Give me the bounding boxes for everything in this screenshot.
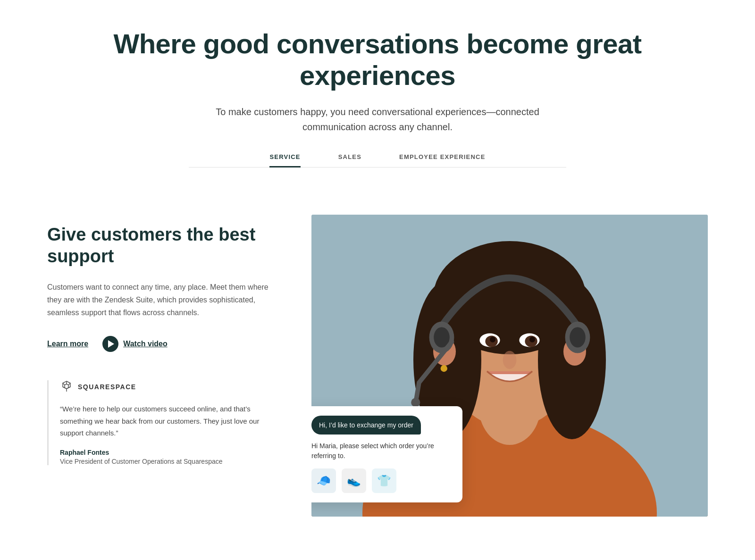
svg-point-21 [411, 398, 420, 407]
chat-product-shoe[interactable]: 👟 [342, 468, 366, 493]
tab-service[interactable]: SERVICE [269, 153, 300, 167]
squarespace-company-name: SQUARESPACE [78, 383, 136, 391]
hero-subtitle: To make customers happy, you need conver… [198, 104, 557, 134]
page-container: Where good conversations become great ex… [0, 0, 755, 560]
testimonial-quote: “We’re here to help our customers succee… [60, 403, 274, 439]
chat-products: 🧢 👟 👕 [311, 468, 453, 493]
watch-video-link[interactable]: Watch video [102, 336, 168, 352]
svg-point-16 [503, 351, 517, 369]
hero-section: Where good conversations become great ex… [0, 0, 755, 186]
content-left: Give customers the best support Customer… [47, 215, 274, 465]
chat-bot-message: Hi Maria, please select which order you’… [311, 441, 453, 461]
svg-point-14 [490, 337, 495, 343]
testimonial-author: Raphael Fontes [60, 449, 274, 456]
testimonial-role: Vice President of Customer Operations at… [60, 458, 274, 465]
svg-point-7 [445, 244, 575, 334]
testimonial-block: SQUARESPACE “We’re here to help our cust… [47, 380, 274, 465]
learn-more-link[interactable]: Learn more [47, 340, 88, 348]
svg-point-20 [570, 327, 586, 348]
squarespace-icon [60, 380, 73, 393]
section-description: Customers want to connect any time, any … [47, 281, 274, 319]
squarespace-logo: SQUARESPACE [60, 380, 274, 393]
hero-image-container: Hi, I’d like to exchange my order Hi Mar… [311, 215, 708, 517]
chat-user-message: Hi, I’d like to exchange my order [311, 416, 421, 435]
tabs-container: SERVICE SALES EMPLOYEE EXPERIENCE [189, 153, 566, 167]
chat-product-shirt[interactable]: 👕 [372, 468, 396, 493]
chat-overlay: Hi, I’d like to exchange my order Hi Mar… [311, 406, 462, 502]
watch-video-label: Watch video [123, 340, 168, 348]
chat-product-hat[interactable]: 🧢 [311, 468, 336, 493]
svg-point-22 [441, 365, 447, 372]
cta-links: Learn more Watch video [47, 336, 274, 352]
hero-title: Where good conversations become great ex… [94, 28, 661, 91]
tab-employee-experience[interactable]: EMPLOYEE EXPERIENCE [399, 153, 485, 167]
content-right: Hi, I’d like to exchange my order Hi Mar… [311, 215, 708, 517]
tab-sales[interactable]: SALES [338, 153, 361, 167]
play-button-icon[interactable] [102, 336, 118, 352]
content-section: Give customers the best support Customer… [0, 186, 755, 517]
svg-point-15 [529, 337, 535, 343]
section-title: Give customers the best support [47, 224, 274, 267]
